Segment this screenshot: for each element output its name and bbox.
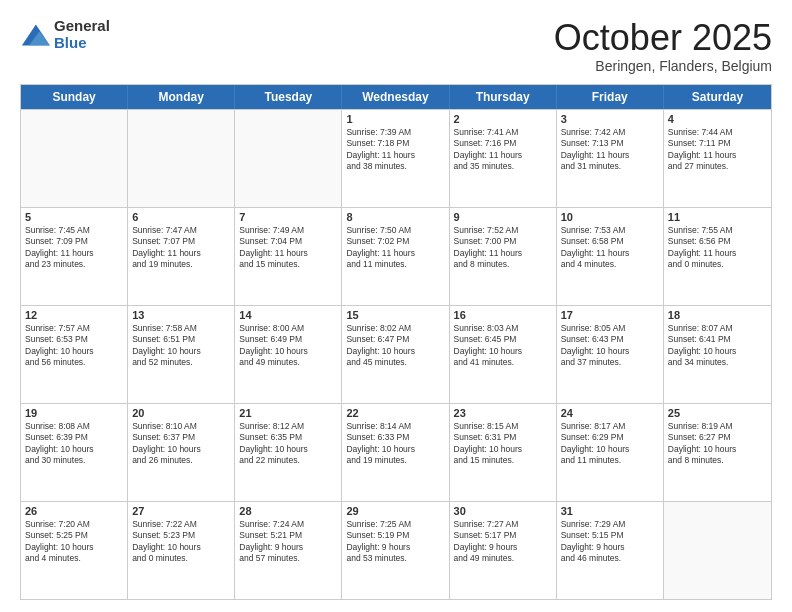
day-number-5: 5 — [25, 211, 123, 223]
day-cell-29: 29Sunrise: 7:25 AM Sunset: 5:19 PM Dayli… — [342, 502, 449, 599]
day-number-16: 16 — [454, 309, 552, 321]
logo-icon — [20, 21, 50, 49]
day-info-25: Sunrise: 8:19 AM Sunset: 6:27 PM Dayligh… — [668, 421, 767, 467]
day-number-21: 21 — [239, 407, 337, 419]
day-cell-10: 10Sunrise: 7:53 AM Sunset: 6:58 PM Dayli… — [557, 208, 664, 305]
day-number-18: 18 — [668, 309, 767, 321]
day-cell-20: 20Sunrise: 8:10 AM Sunset: 6:37 PM Dayli… — [128, 404, 235, 501]
day-info-21: Sunrise: 8:12 AM Sunset: 6:35 PM Dayligh… — [239, 421, 337, 467]
day-number-10: 10 — [561, 211, 659, 223]
empty-cell-w4-d6 — [664, 502, 771, 599]
day-info-27: Sunrise: 7:22 AM Sunset: 5:23 PM Dayligh… — [132, 519, 230, 565]
logo: General Blue — [20, 18, 110, 51]
day-number-31: 31 — [561, 505, 659, 517]
day-info-30: Sunrise: 7:27 AM Sunset: 5:17 PM Dayligh… — [454, 519, 552, 565]
day-cell-6: 6Sunrise: 7:47 AM Sunset: 7:07 PM Daylig… — [128, 208, 235, 305]
day-cell-19: 19Sunrise: 8:08 AM Sunset: 6:39 PM Dayli… — [21, 404, 128, 501]
day-number-19: 19 — [25, 407, 123, 419]
header: General Blue October 2025 Beringen, Flan… — [20, 18, 772, 74]
calendar-body: 1Sunrise: 7:39 AM Sunset: 7:18 PM Daylig… — [21, 109, 771, 599]
day-info-24: Sunrise: 8:17 AM Sunset: 6:29 PM Dayligh… — [561, 421, 659, 467]
logo-general-text: General — [54, 18, 110, 35]
day-number-14: 14 — [239, 309, 337, 321]
day-cell-7: 7Sunrise: 7:49 AM Sunset: 7:04 PM Daylig… — [235, 208, 342, 305]
day-cell-14: 14Sunrise: 8:00 AM Sunset: 6:49 PM Dayli… — [235, 306, 342, 403]
day-number-6: 6 — [132, 211, 230, 223]
day-cell-15: 15Sunrise: 8:02 AM Sunset: 6:47 PM Dayli… — [342, 306, 449, 403]
day-info-17: Sunrise: 8:05 AM Sunset: 6:43 PM Dayligh… — [561, 323, 659, 369]
day-info-3: Sunrise: 7:42 AM Sunset: 7:13 PM Dayligh… — [561, 127, 659, 173]
day-number-17: 17 — [561, 309, 659, 321]
day-cell-16: 16Sunrise: 8:03 AM Sunset: 6:45 PM Dayli… — [450, 306, 557, 403]
day-info-8: Sunrise: 7:50 AM Sunset: 7:02 PM Dayligh… — [346, 225, 444, 271]
day-cell-9: 9Sunrise: 7:52 AM Sunset: 7:00 PM Daylig… — [450, 208, 557, 305]
day-info-23: Sunrise: 8:15 AM Sunset: 6:31 PM Dayligh… — [454, 421, 552, 467]
day-number-27: 27 — [132, 505, 230, 517]
day-number-30: 30 — [454, 505, 552, 517]
day-info-26: Sunrise: 7:20 AM Sunset: 5:25 PM Dayligh… — [25, 519, 123, 565]
day-number-29: 29 — [346, 505, 444, 517]
day-cell-5: 5Sunrise: 7:45 AM Sunset: 7:09 PM Daylig… — [21, 208, 128, 305]
day-info-10: Sunrise: 7:53 AM Sunset: 6:58 PM Dayligh… — [561, 225, 659, 271]
day-info-2: Sunrise: 7:41 AM Sunset: 7:16 PM Dayligh… — [454, 127, 552, 173]
day-info-12: Sunrise: 7:57 AM Sunset: 6:53 PM Dayligh… — [25, 323, 123, 369]
day-cell-21: 21Sunrise: 8:12 AM Sunset: 6:35 PM Dayli… — [235, 404, 342, 501]
day-cell-2: 2Sunrise: 7:41 AM Sunset: 7:16 PM Daylig… — [450, 110, 557, 207]
day-info-14: Sunrise: 8:00 AM Sunset: 6:49 PM Dayligh… — [239, 323, 337, 369]
day-number-25: 25 — [668, 407, 767, 419]
empty-cell-w0-d2 — [235, 110, 342, 207]
calendar-header-row: Sunday Monday Tuesday Wednesday Thursday… — [21, 85, 771, 109]
day-cell-11: 11Sunrise: 7:55 AM Sunset: 6:56 PM Dayli… — [664, 208, 771, 305]
day-info-4: Sunrise: 7:44 AM Sunset: 7:11 PM Dayligh… — [668, 127, 767, 173]
day-number-24: 24 — [561, 407, 659, 419]
col-friday: Friday — [557, 85, 664, 109]
col-wednesday: Wednesday — [342, 85, 449, 109]
day-cell-1: 1Sunrise: 7:39 AM Sunset: 7:18 PM Daylig… — [342, 110, 449, 207]
day-number-20: 20 — [132, 407, 230, 419]
day-cell-22: 22Sunrise: 8:14 AM Sunset: 6:33 PM Dayli… — [342, 404, 449, 501]
day-cell-24: 24Sunrise: 8:17 AM Sunset: 6:29 PM Dayli… — [557, 404, 664, 501]
day-cell-17: 17Sunrise: 8:05 AM Sunset: 6:43 PM Dayli… — [557, 306, 664, 403]
day-info-15: Sunrise: 8:02 AM Sunset: 6:47 PM Dayligh… — [346, 323, 444, 369]
col-saturday: Saturday — [664, 85, 771, 109]
day-info-28: Sunrise: 7:24 AM Sunset: 5:21 PM Dayligh… — [239, 519, 337, 565]
day-cell-13: 13Sunrise: 7:58 AM Sunset: 6:51 PM Dayli… — [128, 306, 235, 403]
day-number-13: 13 — [132, 309, 230, 321]
day-info-13: Sunrise: 7:58 AM Sunset: 6:51 PM Dayligh… — [132, 323, 230, 369]
empty-cell-w0-d1 — [128, 110, 235, 207]
day-number-3: 3 — [561, 113, 659, 125]
day-cell-26: 26Sunrise: 7:20 AM Sunset: 5:25 PM Dayli… — [21, 502, 128, 599]
logo-text: General Blue — [54, 18, 110, 51]
day-info-16: Sunrise: 8:03 AM Sunset: 6:45 PM Dayligh… — [454, 323, 552, 369]
day-number-12: 12 — [25, 309, 123, 321]
day-number-11: 11 — [668, 211, 767, 223]
day-info-18: Sunrise: 8:07 AM Sunset: 6:41 PM Dayligh… — [668, 323, 767, 369]
day-number-8: 8 — [346, 211, 444, 223]
day-info-6: Sunrise: 7:47 AM Sunset: 7:07 PM Dayligh… — [132, 225, 230, 271]
day-cell-30: 30Sunrise: 7:27 AM Sunset: 5:17 PM Dayli… — [450, 502, 557, 599]
day-info-29: Sunrise: 7:25 AM Sunset: 5:19 PM Dayligh… — [346, 519, 444, 565]
day-info-22: Sunrise: 8:14 AM Sunset: 6:33 PM Dayligh… — [346, 421, 444, 467]
location-subtitle: Beringen, Flanders, Belgium — [554, 58, 772, 74]
day-cell-12: 12Sunrise: 7:57 AM Sunset: 6:53 PM Dayli… — [21, 306, 128, 403]
day-cell-4: 4Sunrise: 7:44 AM Sunset: 7:11 PM Daylig… — [664, 110, 771, 207]
empty-cell-w0-d0 — [21, 110, 128, 207]
day-info-7: Sunrise: 7:49 AM Sunset: 7:04 PM Dayligh… — [239, 225, 337, 271]
day-number-22: 22 — [346, 407, 444, 419]
day-number-26: 26 — [25, 505, 123, 517]
day-cell-25: 25Sunrise: 8:19 AM Sunset: 6:27 PM Dayli… — [664, 404, 771, 501]
day-cell-31: 31Sunrise: 7:29 AM Sunset: 5:15 PM Dayli… — [557, 502, 664, 599]
day-info-11: Sunrise: 7:55 AM Sunset: 6:56 PM Dayligh… — [668, 225, 767, 271]
col-thursday: Thursday — [450, 85, 557, 109]
logo-blue-text: Blue — [54, 35, 110, 52]
day-cell-18: 18Sunrise: 8:07 AM Sunset: 6:41 PM Dayli… — [664, 306, 771, 403]
day-cell-3: 3Sunrise: 7:42 AM Sunset: 7:13 PM Daylig… — [557, 110, 664, 207]
week-row-2: 5Sunrise: 7:45 AM Sunset: 7:09 PM Daylig… — [21, 207, 771, 305]
day-number-9: 9 — [454, 211, 552, 223]
week-row-4: 19Sunrise: 8:08 AM Sunset: 6:39 PM Dayli… — [21, 403, 771, 501]
day-cell-27: 27Sunrise: 7:22 AM Sunset: 5:23 PM Dayli… — [128, 502, 235, 599]
day-info-20: Sunrise: 8:10 AM Sunset: 6:37 PM Dayligh… — [132, 421, 230, 467]
calendar: Sunday Monday Tuesday Wednesday Thursday… — [20, 84, 772, 600]
title-block: October 2025 Beringen, Flanders, Belgium — [554, 18, 772, 74]
day-number-2: 2 — [454, 113, 552, 125]
